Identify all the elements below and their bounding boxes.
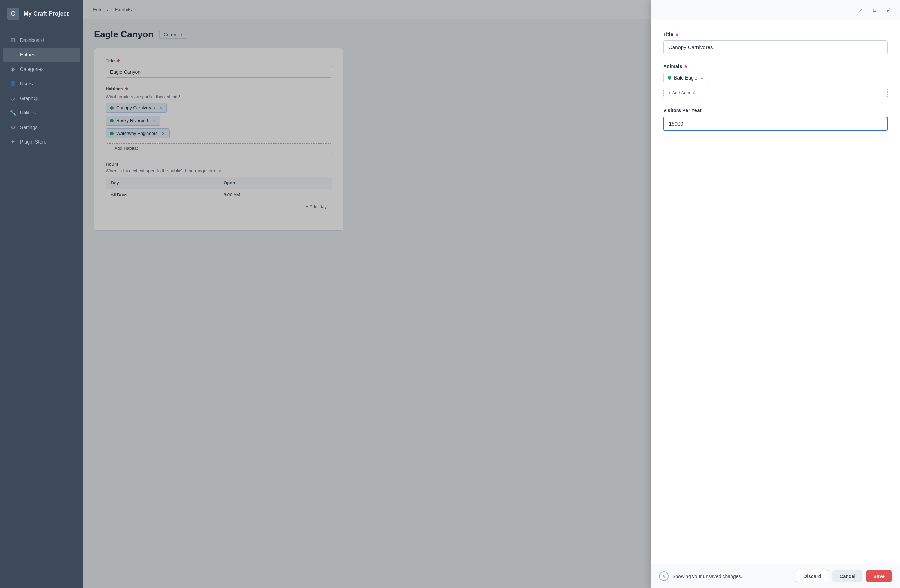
sidebar-item-label: Plugin Store <box>20 139 47 145</box>
panel-animals-label: Animals ★ <box>663 63 888 69</box>
columns-toggle-button[interactable]: ⊟ <box>869 5 880 15</box>
animal-name: Bald Eagle <box>674 75 697 80</box>
panel-visitors-group: Visitors Per Year <box>663 108 888 131</box>
panel-footer: ✎ Showing your unsaved changes. Discard … <box>651 564 900 588</box>
graphql-icon: ◇ <box>10 95 16 101</box>
sidebar-item-label: Entries <box>20 52 35 57</box>
main-area: Entries › Exhibits › Eagle Canyon Curren… <box>83 0 900 588</box>
sidebar-nav: ⊞ Dashboard ≡ Entries ◈ Categories 👤 Use… <box>0 28 83 154</box>
sidebar-item-entries[interactable]: ≡ Entries <box>3 48 80 62</box>
panel-visitors-label: Visitors Per Year <box>663 108 888 113</box>
panel-title-group: Title ★ <box>663 31 888 54</box>
animal-tag-bald-eagle: Bald Eagle ✕ <box>663 73 708 83</box>
sidebar-item-label: Categories <box>20 67 43 72</box>
sidebar-item-graphql[interactable]: ◇ GraphQL <box>3 91 80 105</box>
app-title: My Craft Project <box>23 10 68 17</box>
columns-icon: ⊟ <box>873 7 877 13</box>
add-animal-button[interactable]: + Add Animal <box>663 88 888 98</box>
sidebar-item-utilities[interactable]: 🔧 Utilities <box>3 106 80 120</box>
sidebar-item-users[interactable]: 👤 Users <box>3 77 80 91</box>
slide-panel: ↗ ⊟ ✓ Title ★ Animals <box>651 0 900 588</box>
sidebar-item-label: Users <box>20 81 33 87</box>
sidebar-item-label: Utilities <box>20 110 36 116</box>
dashboard-icon: ⊞ <box>10 37 16 43</box>
unsaved-text: Showing your unsaved changes. <box>672 574 742 579</box>
plugin-store-icon: ✦ <box>10 139 16 145</box>
sidebar: C My Craft Project ⊞ Dashboard ≡ Entries… <box>0 0 83 588</box>
app-logo: C <box>7 8 19 20</box>
panel-title-input[interactable] <box>663 40 888 54</box>
utilities-icon: 🔧 <box>10 110 16 116</box>
external-link-icon: ↗ <box>859 7 863 13</box>
animals-list: Bald Eagle ✕ + Add Animal <box>663 73 888 98</box>
cancel-button[interactable]: Cancel <box>833 570 862 582</box>
sidebar-item-dashboard[interactable]: ⊞ Dashboard <box>3 33 80 47</box>
unsaved-notice: ✎ Showing your unsaved changes. <box>659 571 792 581</box>
sidebar-item-categories[interactable]: ◈ Categories <box>3 62 80 76</box>
pencil-icon: ✎ <box>659 571 669 581</box>
categories-icon: ◈ <box>10 66 16 72</box>
sidebar-item-label: Settings <box>20 125 38 130</box>
panel-visitors-input[interactable] <box>663 116 888 131</box>
sidebar-item-label: GraphQL <box>20 96 40 101</box>
external-link-button[interactable]: ↗ <box>856 5 866 15</box>
panel-body: Title ★ Animals ★ Bald Eagle ✕ + A <box>651 20 900 564</box>
sidebar-item-settings[interactable]: ⚙ Settings <box>3 121 80 134</box>
settings-icon: ⚙ <box>10 124 16 130</box>
save-button[interactable]: Save <box>866 570 892 582</box>
users-icon: 👤 <box>10 80 16 87</box>
sidebar-header: C My Craft Project <box>0 0 83 28</box>
sidebar-item-label: Dashboard <box>20 37 44 43</box>
required-star: ★ <box>675 32 679 37</box>
panel-toolbar: ↗ ⊟ ✓ <box>651 0 900 20</box>
panel-animals-group: Animals ★ Bald Eagle ✕ + Add Animal <box>663 63 888 98</box>
animal-remove-bald-eagle[interactable]: ✕ <box>700 76 704 80</box>
check-icon: ✓ <box>886 6 892 14</box>
entries-icon: ≡ <box>10 51 16 58</box>
required-star: ★ <box>684 64 688 69</box>
animal-dot <box>668 76 671 80</box>
panel-title-label: Title ★ <box>663 31 888 37</box>
sidebar-item-plugin-store[interactable]: ✦ Plugin Store <box>3 135 80 149</box>
discard-button[interactable]: Discard <box>796 570 829 582</box>
save-check-button[interactable]: ✓ <box>883 5 894 15</box>
